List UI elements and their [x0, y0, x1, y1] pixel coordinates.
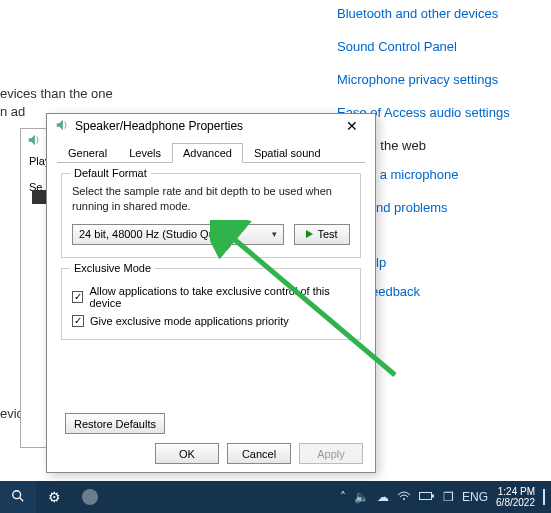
svg-line-2	[20, 497, 24, 501]
gear-icon: ⚙	[48, 489, 61, 505]
apply-button[interactable]: Apply	[299, 443, 363, 464]
format-dropdown[interactable]: 24 bit, 48000 Hz (Studio Quality) ▾	[72, 224, 284, 245]
taskbar-app-button[interactable]	[72, 481, 108, 513]
tray-network-button[interactable]	[397, 490, 411, 504]
tray-language-button[interactable]: ENG	[462, 490, 488, 504]
checkbox-label: Give exclusive mode applications priorit…	[90, 315, 289, 327]
svg-rect-4	[420, 493, 432, 500]
checkbox-exclusive-control[interactable]: ✓	[72, 291, 83, 303]
clock-time: 1:24 PM	[496, 486, 535, 498]
taskbar-settings-button[interactable]: ⚙	[36, 481, 72, 513]
ok-button[interactable]: OK	[155, 443, 219, 464]
test-button[interactable]: Test	[294, 224, 350, 245]
group-legend: Exclusive Mode	[70, 262, 155, 274]
checkbox-label: Allow applications to take exclusive con…	[89, 285, 350, 309]
tab-general[interactable]: General	[57, 143, 118, 163]
close-icon: ✕	[346, 118, 358, 134]
svg-rect-5	[432, 495, 434, 498]
link-mic-privacy[interactable]: Microphone privacy settings	[337, 72, 527, 87]
app-icon	[82, 489, 98, 505]
tab-spatial-sound[interactable]: Spatial sound	[243, 143, 332, 163]
link-bluetooth[interactable]: Bluetooth and other devices	[337, 6, 527, 21]
svg-point-1	[13, 490, 21, 498]
cancel-button[interactable]: Cancel	[227, 443, 291, 464]
exclusive-mode-group: Exclusive Mode ✓ Allow applications to t…	[61, 268, 361, 340]
checkbox-exclusive-priority[interactable]: ✓	[72, 315, 84, 327]
action-center-button[interactable]	[543, 490, 545, 504]
bg-text: evices than the one	[0, 86, 113, 101]
tab-levels[interactable]: Levels	[118, 143, 172, 163]
speaker-icon: 🔈	[354, 490, 369, 504]
restore-defaults-button[interactable]: Restore Defaults	[65, 413, 165, 434]
chevron-down-icon: ▾	[272, 229, 277, 239]
tray-volume-button[interactable]: 🔈	[354, 490, 369, 504]
notification-icon	[543, 489, 545, 505]
svg-point-3	[403, 498, 405, 500]
test-button-label: Test	[317, 228, 337, 240]
title-bar[interactable]: Speaker/Headphone Properties ✕	[47, 114, 375, 138]
tray-overflow-button[interactable]: ˄	[340, 490, 346, 504]
clock-date: 6/8/2022	[496, 497, 535, 509]
tab-advanced[interactable]: Advanced	[172, 143, 243, 163]
close-button[interactable]: ✕	[333, 116, 371, 136]
taskbar-search-button[interactable]	[0, 481, 36, 513]
format-selected-value: 24 bit, 48000 Hz (Studio Quality)	[79, 228, 238, 240]
taskbar-clock[interactable]: 1:24 PM 6/8/2022	[496, 486, 535, 509]
tray-connect-button[interactable]: ❐	[443, 490, 454, 504]
link-sound-control-panel[interactable]: Sound Control Panel	[337, 39, 527, 54]
search-icon	[11, 489, 25, 506]
chevron-up-icon: ˄	[340, 490, 346, 504]
battery-icon	[419, 490, 435, 504]
default-format-group: Default Format Select the sample rate an…	[61, 173, 361, 258]
cloud-icon: ☁	[377, 490, 389, 504]
speaker-icon	[27, 133, 41, 150]
group-legend: Default Format	[70, 167, 151, 179]
speaker-icon	[55, 118, 69, 135]
cast-icon: ❐	[443, 490, 454, 504]
tray-onedrive-button[interactable]: ☁	[377, 490, 389, 504]
tab-strip: General Levels Advanced Spatial sound	[57, 142, 365, 163]
default-format-desc: Select the sample rate and bit depth to …	[72, 184, 350, 214]
bg-text: n ad	[0, 104, 25, 119]
speaker-properties-dialog: Speaker/Headphone Properties ✕ General L…	[46, 113, 376, 473]
wifi-icon	[397, 490, 411, 504]
taskbar: ⚙ ˄ 🔈 ☁ ❐ ENG 1:24 PM 6/8/2022	[0, 481, 551, 513]
dialog-title: Speaker/Headphone Properties	[75, 119, 243, 133]
tray-battery-button[interactable]	[419, 490, 435, 504]
play-icon	[306, 230, 313, 238]
